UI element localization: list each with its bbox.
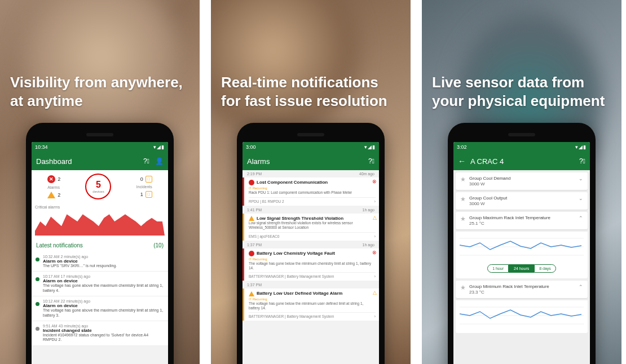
sensor-content: ★Group Cool Demand3000 W⌄★Group Cool Out…: [453, 170, 590, 364]
notification-item[interactable]: 10:12 AM 22 minute(s) agoAlarm on device…: [32, 296, 168, 321]
sensor-value: 25.1 °C: [469, 221, 579, 226]
alarm-timestamp: 2:19 PM40m ago: [243, 170, 379, 177]
alarms-label: Alarms: [47, 185, 60, 189]
critical-icon: [249, 180, 254, 185]
critical-count: 2: [58, 176, 60, 182]
screen-title: A CRAC 4: [470, 157, 504, 166]
status-icons: ▾◢▮: [575, 144, 587, 150]
chevron-right-icon: ›: [374, 274, 376, 278]
sensor-item[interactable]: ★Group Maximum Rack Inlet Temperature25.…: [456, 212, 588, 229]
calendar-icon: □: [146, 176, 152, 183]
status-bar: 3:00 ▾◢▮: [243, 142, 379, 152]
alarm-desc: The voltage has gone below the minimum c…: [249, 261, 376, 270]
latest-count: (10): [153, 242, 164, 248]
chevron-down-icon[interactable]: ⌄: [579, 196, 583, 201]
alarm-item[interactable]: △Battery Low User Defined Voltage Alarm⟳…: [243, 288, 379, 321]
alarm-desc: The voltage has gone below the minimum u…: [249, 301, 376, 310]
alarm-desc: Rack PDU 1: Lost component communication…: [249, 190, 376, 195]
sensor-item[interactable]: ★Group Cool Output3000 W⌄: [456, 192, 588, 210]
alarm-title: Lost Component Communication: [249, 180, 376, 185]
sensor-chart[interactable]: [456, 300, 588, 333]
sensor-value: 3000 W: [469, 181, 579, 187]
critical-icon: ✕: [47, 175, 55, 183]
alarm-item[interactable]: ⊗Battery Low Chemistry Voltage Fault⟳ Re…: [243, 248, 379, 281]
chart-label: Critical alarms: [35, 205, 165, 209]
warning-icon: [249, 291, 254, 296]
time-range-selector: 1 hour24 hours8 days: [459, 264, 584, 273]
time-option[interactable]: 1 hour: [487, 264, 509, 273]
alarm-source[interactable]: BATTERYMANAGER | Battery Management Syst…: [249, 272, 376, 278]
sensor-chart[interactable]: 1 hour24 hours8 days: [456, 232, 588, 278]
notif-body: The voltage has gone above the maximum c…: [43, 308, 164, 318]
sensor-item[interactable]: ★Group Minimum Rack Inlet Temperature23.…: [456, 281, 588, 298]
status-icons: ▾◢▮: [364, 144, 376, 150]
notification-item[interactable]: 10:32 AM 2 minute(s) agoAlarm on deviceT…: [32, 252, 168, 272]
latest-notifications-header[interactable]: Latest notifications (10): [32, 239, 168, 252]
phone-mockup-1: 10:34 ▾◢▮ Dashboard ?⃝ 👤 ✕2 Alarms 2 5: [26, 123, 174, 364]
alarm-recurring: ⟳ Recurring: [249, 297, 376, 301]
star-icon[interactable]: ★: [460, 215, 466, 223]
alarm-badge-icon: ⊗: [372, 179, 377, 184]
marketing-panel-1: Visibility from anywhere, at anytime 10:…: [0, 0, 200, 364]
back-icon[interactable]: ←: [458, 157, 466, 166]
notif-body: The UPS "SRV 3KRI…" is not responding.: [43, 264, 164, 268]
time-option[interactable]: 8 days: [534, 264, 556, 273]
alarm-badge-icon: △: [373, 215, 377, 220]
chevron-up-icon[interactable]: ⌃: [579, 284, 583, 290]
notif-body: The voltage has gone above the maximum c…: [43, 283, 164, 293]
screen-title: Alarms: [247, 157, 270, 166]
phone-mockup-2: 3:00 ▾◢▮ Alarms ?⃝ 2:19 PM40m ago⊗Lost C…: [237, 123, 385, 364]
devices-count: 5: [96, 180, 101, 190]
notif-time: 10:12 AM 22 minute(s) ago: [43, 299, 164, 303]
chevron-right-icon: ›: [374, 314, 376, 318]
alarm-source[interactable]: BATTERYMANAGER | Battery Management Syst…: [249, 312, 376, 318]
star-icon[interactable]: ★: [460, 176, 466, 183]
status-bar: 10:34 ▾◢▮: [32, 142, 168, 152]
time-option[interactable]: 24 hours: [509, 264, 534, 273]
profile-icon[interactable]: 👤: [155, 157, 164, 165]
alarm-recurring: ⟳ Recurring: [249, 257, 376, 261]
help-icon[interactable]: ?⃝: [579, 157, 585, 165]
alarm-badge-icon: △: [373, 290, 377, 295]
devices-circle[interactable]: 5 devices: [85, 174, 111, 199]
status-bar: 3:02 ▾◢▮: [453, 142, 590, 152]
devices-label: devices: [92, 190, 104, 193]
alarm-source[interactable]: EMS | apcF6EAC0›: [249, 232, 376, 238]
notif-title: Alarm on device: [43, 303, 164, 308]
chevron-up-icon[interactable]: ⌃: [579, 215, 583, 221]
alarm-item[interactable]: △Low Signal Strength Threshold Violation…: [243, 214, 379, 241]
headline-1: Visibility from anywhere, at anytime: [10, 73, 189, 110]
incident-count-1: 1: [140, 192, 143, 197]
headline-3: Live sensor data from your physical equi…: [432, 73, 611, 110]
notification-item[interactable]: 10:17 AM 17 minute(s) agoAlarm on device…: [32, 272, 168, 296]
sensor-name: Group Maximum Rack Inlet Temperature: [469, 215, 579, 220]
marketing-panel-3: Live sensor data from your physical equi…: [422, 0, 621, 364]
help-icon[interactable]: ?⃝: [143, 157, 149, 165]
alarm-item[interactable]: ⊗Lost Component Communication⟳ Recurring…: [243, 177, 379, 206]
alarms-content: 2:19 PM40m ago⊗Lost Component Communicat…: [243, 170, 379, 364]
alarm-title: Battery Low User Defined Voltage Alarm: [249, 291, 376, 296]
notif-time: 9:51 AM 43 minute(s) ago: [43, 324, 164, 328]
chevron-down-icon[interactable]: ⌄: [579, 176, 583, 181]
alarm-source[interactable]: RPDU | B1 RMPDU 2›: [249, 197, 376, 203]
dashboard-content: ✕2 Alarms 2 5 devices 0□ Incidents 1□: [32, 170, 168, 364]
sensor-value: 23.3 °C: [469, 290, 579, 295]
warning-icon: [47, 192, 55, 198]
latest-header-text: Latest notifications: [36, 242, 83, 248]
status-icons: ▾◢▮: [153, 144, 165, 150]
notification-item[interactable]: 9:51 AM 43 minute(s) agoIncident changed…: [32, 321, 168, 346]
alarm-badge-icon: ⊗: [372, 250, 377, 255]
calendar-icon-2: □: [146, 191, 152, 198]
incident-count-0: 0: [140, 176, 143, 182]
status-time: 3:02: [457, 144, 467, 150]
notif-time: 10:32 AM 2 minute(s) ago: [43, 255, 164, 259]
sensor-item[interactable]: ★Group Cool Demand3000 W⌄: [456, 172, 588, 190]
star-icon[interactable]: ★: [460, 196, 466, 203]
critical-alarms-chart[interactable]: Critical alarms: [32, 203, 168, 239]
help-icon[interactable]: ?⃝: [368, 157, 374, 165]
chevron-right-icon: ›: [374, 199, 376, 203]
star-icon[interactable]: ★: [460, 284, 466, 291]
alarm-timestamp: 1:37 PM: [243, 281, 379, 288]
warning-icon: [249, 216, 254, 221]
sensor-name: Group Cool Output: [469, 196, 579, 201]
